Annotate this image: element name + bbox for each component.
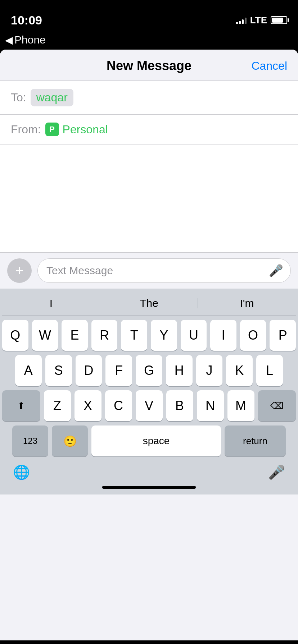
key-x[interactable]: X	[74, 390, 101, 421]
microphone-icon[interactable]: 🎤	[268, 464, 285, 480]
main-content: New Message Cancel To: waqar From: P Per…	[0, 50, 298, 640]
key-u[interactable]: U	[181, 320, 207, 351]
key-v[interactable]: V	[136, 390, 163, 421]
signal-bars-icon	[236, 16, 247, 24]
keyboard-row-3: ⬆ Z X C V B N M ⌫	[2, 390, 296, 421]
status-time: 10:09	[11, 13, 42, 27]
keyboard-row-4: 123 🙂 space return	[2, 426, 296, 456]
text-message-placeholder: Text Message	[46, 264, 113, 277]
to-field[interactable]: To: waqar	[0, 81, 298, 115]
key-i[interactable]: I	[210, 320, 236, 351]
battery-icon	[271, 16, 287, 24]
message-header: New Message Cancel	[0, 50, 298, 81]
page-title: New Message	[107, 58, 191, 73]
key-b[interactable]: B	[166, 390, 193, 421]
key-e[interactable]: E	[62, 320, 88, 351]
space-button[interactable]: space	[91, 426, 221, 456]
backspace-button[interactable]: ⌫	[258, 390, 296, 421]
lte-label: LTE	[250, 15, 267, 26]
text-input-area[interactable]: Text Message 🎤	[37, 258, 291, 283]
back-nav[interactable]: ◀ Phone	[0, 32, 298, 50]
keyboard-bottom-bar: 🌐 🎤	[2, 461, 296, 486]
recipient-name: waqar	[36, 91, 68, 104]
key-o[interactable]: O	[240, 320, 266, 351]
plus-icon: +	[15, 263, 23, 278]
status-bar: 10:09 LTE	[0, 0, 298, 32]
key-c[interactable]: C	[105, 390, 132, 421]
key-h[interactable]: H	[166, 355, 193, 386]
autocomplete-word-2[interactable]: The	[100, 297, 198, 309]
from-field[interactable]: From: P Personal	[0, 115, 298, 144]
key-r[interactable]: R	[91, 320, 118, 351]
back-chevron-icon: ◀	[5, 34, 13, 46]
home-bar	[102, 486, 196, 489]
keyboard-row-1: Q W E R T Y U I O P	[2, 320, 296, 351]
status-right: LTE	[236, 15, 287, 26]
key-a[interactable]: A	[15, 355, 42, 386]
key-g[interactable]: G	[136, 355, 162, 386]
key-s[interactable]: S	[45, 355, 72, 386]
autocomplete-word-1[interactable]: I	[2, 297, 100, 309]
cancel-button[interactable]: Cancel	[251, 59, 287, 73]
message-body[interactable]	[0, 144, 298, 252]
key-z[interactable]: Z	[44, 390, 71, 421]
autocomplete-word-3[interactable]: I'm	[198, 297, 296, 309]
key-k[interactable]: K	[226, 355, 253, 386]
account-name: Personal	[63, 123, 108, 136]
globe-icon[interactable]: 🌐	[13, 464, 30, 480]
back-label: Phone	[14, 34, 46, 46]
key-p[interactable]: P	[270, 320, 296, 351]
to-label: To:	[11, 91, 26, 104]
from-label: From:	[11, 123, 41, 136]
account-icon-letter: P	[49, 125, 55, 134]
key-y[interactable]: Y	[151, 320, 177, 351]
input-toolbar: + Text Message 🎤	[0, 252, 298, 289]
key-t[interactable]: T	[121, 320, 147, 351]
battery-level	[272, 18, 283, 23]
key-q[interactable]: Q	[2, 320, 28, 351]
home-indicator	[2, 486, 296, 494]
emoji-button[interactable]: 🙂	[52, 426, 88, 456]
recipient-chip[interactable]: waqar	[31, 89, 73, 106]
key-m[interactable]: M	[227, 390, 254, 421]
numbers-button[interactable]: 123	[12, 426, 48, 456]
key-n[interactable]: N	[197, 390, 224, 421]
autocomplete-bar: I The I'm	[2, 294, 296, 316]
keyboard: I The I'm Q W E R T Y U I O P A S D F G …	[0, 289, 298, 494]
shift-button[interactable]: ⬆	[2, 390, 40, 421]
key-l[interactable]: L	[256, 355, 283, 386]
mic-icon[interactable]: 🎤	[269, 264, 283, 277]
account-icon: P	[45, 123, 59, 136]
key-f[interactable]: F	[105, 355, 132, 386]
keyboard-row-2: A S D F G H J K L	[2, 355, 296, 386]
key-d[interactable]: D	[76, 355, 102, 386]
add-button[interactable]: +	[7, 258, 32, 283]
return-button[interactable]: return	[225, 426, 286, 456]
key-j[interactable]: J	[196, 355, 223, 386]
key-w[interactable]: W	[32, 320, 58, 351]
